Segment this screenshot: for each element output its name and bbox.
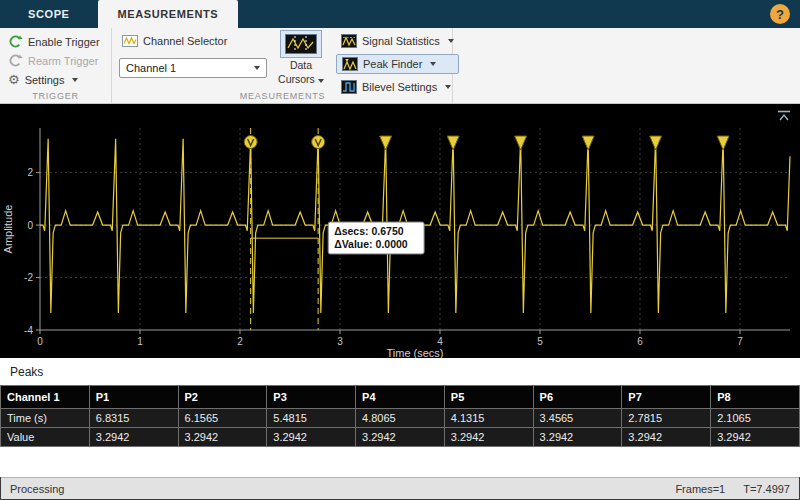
help-button[interactable]: ? <box>770 4 790 24</box>
tab-bar: SCOPE MEASUREMENTS ? <box>0 0 800 28</box>
gear-icon: ⚙ <box>8 73 20 86</box>
y-axis-title: Amplitude <box>2 205 14 254</box>
channel-selector-label: Channel Selector <box>143 35 227 47</box>
peak-marker-triangle <box>650 136 662 150</box>
rearm-trigger-button: Rearm Trigger <box>8 52 98 69</box>
rearm-trigger-icon <box>8 53 23 68</box>
peak-finder-button[interactable]: Peak Finder <box>336 54 459 74</box>
chevron-down-icon <box>318 79 324 83</box>
x-tick-label: 3 <box>337 336 343 347</box>
peak-finder-label: Peak Finder <box>363 58 422 70</box>
peak-finder-icon <box>342 57 358 71</box>
x-axis-title: Time (secs) <box>386 347 443 358</box>
col-header-p7: P7 <box>622 386 711 409</box>
signal-statistics-icon <box>341 34 357 48</box>
peak-value-cell: 4.8065 <box>356 409 445 428</box>
scope-window: SCOPE MEASUREMENTS ? Enable Trigger Rear… <box>0 0 800 500</box>
x-tick-label: 2 <box>237 336 243 347</box>
col-header-p4: P4 <box>356 386 445 409</box>
cursor-delta-line-1: Δsecs: 0.6750 <box>334 225 404 237</box>
channel-select[interactable]: Channel 1 <box>119 58 267 78</box>
measurements-group-label: MEASUREMENTS <box>113 91 452 101</box>
col-header-p1: P1 <box>89 386 178 409</box>
peak-value-cell: 3.2942 <box>356 428 445 447</box>
data-cursors-label-2: Cursors <box>270 73 332 86</box>
chevron-down-icon <box>448 39 454 43</box>
col-header-channel: Channel 1 <box>1 386 90 409</box>
y-tick-label: 2 <box>27 167 33 178</box>
peak-marker-triangle <box>717 136 729 150</box>
peak-value-cell: 6.1565 <box>178 409 267 428</box>
peaks-panel-title: Peaks <box>0 358 800 379</box>
status-frames: Frames=1 <box>675 483 725 495</box>
trigger-settings-label: Settings <box>25 74 65 86</box>
x-tick-label: 0 <box>37 336 43 347</box>
peak-value-cell: 2.1065 <box>711 409 800 428</box>
peaks-table-row: Value3.29423.29423.29423.29423.29423.294… <box>1 428 800 447</box>
data-cursors-label-1: Data <box>270 59 332 72</box>
peaks-panel: Peaks Channel 1P1P2P3P4P5P6P7P8 Time (s)… <box>0 358 800 477</box>
tab-measurements[interactable]: MEASUREMENTS <box>98 0 239 28</box>
chevron-down-icon <box>72 78 78 82</box>
waveform-display: 0123456720-2-4Time (secs)AmplitudeΔsecs:… <box>0 104 800 358</box>
trigger-group: Enable Trigger Rearm Trigger ⚙ Settings … <box>0 28 112 103</box>
chevron-down-icon <box>430 62 436 66</box>
measurements-group: Channel Selector Channel 1 Data Cur <box>113 28 453 103</box>
peak-value-cell: 2.7815 <box>622 409 711 428</box>
tab-scope[interactable]: SCOPE <box>8 0 90 28</box>
trigger-settings-button[interactable]: ⚙ Settings <box>8 71 78 88</box>
chevron-down-icon <box>254 66 260 70</box>
trigger-group-label: TRIGGER <box>0 91 111 101</box>
peak-marker-triangle <box>380 136 392 150</box>
channel-selector-icon <box>122 34 138 48</box>
y-tick-label: 0 <box>27 220 33 231</box>
peak-marker-triangle <box>515 136 527 150</box>
peaks-table: Channel 1P1P2P3P4P5P6P7P8 Time (s)6.8315… <box>0 385 800 447</box>
peak-value-cell: 3.2942 <box>444 428 533 447</box>
x-tick-label: 6 <box>637 336 643 347</box>
y-tick-label: -2 <box>24 272 33 283</box>
peak-value-cell: 3.2942 <box>711 428 800 447</box>
peak-value-cell: 4.1315 <box>444 409 533 428</box>
enable-trigger-button[interactable]: Enable Trigger <box>8 33 100 50</box>
x-tick-label: 7 <box>737 336 743 347</box>
toolstrip: Enable Trigger Rearm Trigger ⚙ Settings … <box>0 28 800 104</box>
col-header-p3: P3 <box>267 386 356 409</box>
cursor-delta-line-2: ΔValue: 0.0000 <box>334 238 408 250</box>
peak-marker-triangle <box>582 136 594 150</box>
signal-statistics-label: Signal Statistics <box>362 35 440 47</box>
status-time: T=7.4997 <box>743 483 790 495</box>
peak-value-cell: 3.2942 <box>622 428 711 447</box>
status-processing: Processing <box>10 483 64 495</box>
col-header-p8: P8 <box>711 386 800 409</box>
status-bar: Processing Frames=1 T=7.4997 <box>0 477 800 500</box>
peak-marker-triangle <box>447 136 459 150</box>
peak-value-cell: 5.4815 <box>267 409 356 428</box>
measurement-buttons-stack: Signal Statistics Peak Finder <box>336 31 459 100</box>
col-header-p5: P5 <box>444 386 533 409</box>
channel-select-value: Channel 1 <box>126 62 176 74</box>
data-cursors-icon <box>280 30 322 58</box>
rearm-trigger-label: Rearm Trigger <box>28 55 98 67</box>
collapse-toolstrip-icon[interactable] <box>776 108 792 120</box>
enable-trigger-icon <box>8 34 23 49</box>
y-tick-label: -4 <box>24 325 33 336</box>
signal-statistics-button[interactable]: Signal Statistics <box>336 31 459 51</box>
chevron-down-icon <box>445 85 451 89</box>
channel-selector-button[interactable]: Channel Selector <box>122 34 227 48</box>
peak-value-cell: 3.2942 <box>533 428 622 447</box>
peaks-table-header-row: Channel 1P1P2P3P4P5P6P7P8 <box>1 386 800 409</box>
peak-value-cell: 3.2942 <box>267 428 356 447</box>
scope-plot-canvas[interactable]: 0123456720-2-4Time (secs)AmplitudeΔsecs:… <box>0 104 800 358</box>
enable-trigger-label: Enable Trigger <box>28 36 100 48</box>
peak-value-cell: 3.2942 <box>178 428 267 447</box>
peaks-table-row: Time (s)6.83156.15655.48154.80654.13153.… <box>1 409 800 428</box>
x-tick-label: 1 <box>137 336 143 347</box>
row-label: Time (s) <box>1 409 90 428</box>
data-cursors-button[interactable]: Data Cursors <box>270 30 332 86</box>
x-tick-label: 4 <box>437 336 443 347</box>
x-tick-label: 5 <box>537 336 543 347</box>
peak-value-cell: 3.4565 <box>533 409 622 428</box>
peak-value-cell: 6.8315 <box>89 409 178 428</box>
col-header-p2: P2 <box>178 386 267 409</box>
